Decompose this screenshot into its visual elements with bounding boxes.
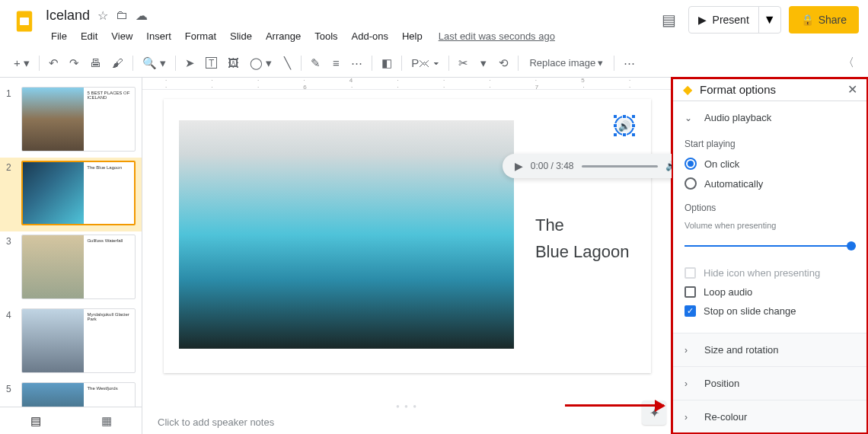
- slide-canvas[interactable]: The Blue Lagoon 🔊 ▶ 0:00 / 3:48: [164, 99, 651, 373]
- slide-thumb-2[interactable]: 2 The Blue Lagoon: [0, 158, 142, 231]
- audio-object[interactable]: 🔊: [614, 116, 634, 136]
- play-icon[interactable]: ▶: [515, 160, 523, 172]
- menu-insert[interactable]: Insert: [141, 27, 177, 45]
- border-color-button[interactable]: ✎: [306, 53, 325, 73]
- border-weight-button[interactable]: ≡: [327, 53, 345, 72]
- section-recolour[interactable]: › Re-colour: [672, 400, 868, 433]
- slide-title-text[interactable]: The Blue Lagoon: [535, 212, 630, 265]
- paint-format-button[interactable]: 🖌: [107, 53, 128, 72]
- audio-player-preview[interactable]: ▶ 0:00 / 3:48 🔊: [503, 154, 672, 178]
- border-dash-button[interactable]: ⋯: [346, 53, 367, 73]
- chevron-right-icon: ›: [685, 345, 695, 356]
- menu-addons[interactable]: Add-ons: [346, 27, 394, 45]
- collapse-toolbar-button[interactable]: 〈: [838, 53, 859, 73]
- menu-edit[interactable]: Edit: [75, 27, 103, 45]
- close-icon[interactable]: ✕: [847, 82, 857, 97]
- slide-number: 4: [6, 308, 15, 373]
- lock-icon: 🔒: [801, 14, 814, 26]
- toolbar: + ▾ ↶ ↷ 🖶 🖌 🔍 ▾ ➤ 🅃 🖼 ◯ ▾ ╲ ✎ ≡ ⋯ ◧ P⩙ ▾…: [0, 49, 868, 78]
- section-label: Re-colour: [704, 411, 747, 423]
- print-button[interactable]: 🖶: [85, 53, 106, 72]
- format-options-button[interactable]: ◧: [377, 53, 397, 73]
- section-label: Audio playback: [704, 112, 771, 123]
- chevron-right-icon: ›: [685, 378, 695, 389]
- checkbox-stop-on-change[interactable]: ✓ Stop on slide change: [685, 302, 856, 321]
- audio-progress-track[interactable]: [582, 165, 658, 168]
- mask-button[interactable]: ▾: [474, 53, 493, 73]
- slide-filmstrip[interactable]: 1 5 BEST PLACES OF ICELAND 2 The Blue La…: [0, 78, 142, 434]
- slide-thumb-3[interactable]: 3 Gullfoss Waterfall: [0, 231, 142, 305]
- present-button-group: ▶ Present ▼: [688, 6, 781, 34]
- menu-tools[interactable]: Tools: [309, 27, 343, 45]
- menu-arrange[interactable]: Arrange: [260, 27, 306, 45]
- document-title[interactable]: Iceland: [46, 8, 90, 24]
- slider-thumb[interactable]: [847, 241, 856, 251]
- menu-help[interactable]: Help: [397, 27, 428, 45]
- format-options-panel: ◆ Format options ✕ ⌄ Audio playback Star…: [672, 78, 868, 434]
- menu-format[interactable]: Format: [180, 27, 222, 45]
- speaker-notes[interactable]: Click to add speaker notes: [142, 410, 672, 434]
- format-panel-title: Format options: [700, 83, 840, 96]
- thumb-title: Myrdalsjokull Glacier Park: [84, 309, 135, 372]
- menu-file[interactable]: File: [46, 27, 72, 45]
- checkbox-checked-icon: ✓: [685, 305, 696, 317]
- filmstrip-view-icon[interactable]: ▤: [30, 414, 41, 428]
- slide-thumb-1[interactable]: 1 5 BEST PLACES OF ICELAND: [0, 84, 142, 158]
- thumb-title: Gullfoss Waterfall: [84, 235, 135, 298]
- section-audio-playback[interactable]: ⌄ Audio playback: [672, 101, 868, 134]
- cloud-status-icon[interactable]: ☁: [136, 8, 148, 23]
- volume-slider[interactable]: [685, 241, 856, 251]
- svg-rect-1: [20, 18, 29, 25]
- slide-main-image[interactable]: [179, 120, 514, 349]
- present-button[interactable]: ▶ Present: [689, 7, 758, 33]
- present-label: Present: [713, 14, 749, 26]
- move-icon[interactable]: 🗀: [116, 8, 128, 22]
- volume-icon[interactable]: 🔊: [665, 161, 672, 171]
- thumb-title: 5 BEST PLACES OF ICELAND: [84, 88, 135, 151]
- shape-tool[interactable]: ◯ ▾: [245, 53, 276, 73]
- comments-icon[interactable]: ▤: [657, 6, 681, 34]
- slide-thumb-4[interactable]: 4 Myrdalsjokull Glacier Park: [0, 305, 142, 379]
- menu-view[interactable]: View: [106, 27, 138, 45]
- animation-button[interactable]: P⩙ ▾: [407, 53, 444, 72]
- slide-number: 1: [6, 87, 15, 152]
- options-label: Options: [685, 203, 856, 213]
- menu-slide[interactable]: Slide: [225, 27, 257, 45]
- grid-view-icon[interactable]: ▦: [101, 414, 112, 428]
- zoom-button[interactable]: 🔍 ▾: [138, 53, 171, 73]
- reset-image-button[interactable]: ⟲: [494, 53, 513, 73]
- chevron-down-icon: ⌄: [685, 113, 695, 123]
- notes-drag-handle[interactable]: ● ● ●: [392, 403, 423, 410]
- slides-logo[interactable]: [9, 6, 40, 37]
- radio-on-click[interactable]: On click: [685, 154, 856, 174]
- present-dropdown[interactable]: ▼: [758, 7, 780, 33]
- last-edit-link[interactable]: Last edit was seconds ago: [439, 30, 555, 42]
- title-line-2: Blue Lagoon: [535, 238, 630, 265]
- checkbox-loop-audio[interactable]: Loop audio: [685, 282, 856, 302]
- image-tool[interactable]: 🖼: [223, 53, 244, 72]
- new-slide-button[interactable]: + ▾: [9, 53, 34, 73]
- textbox-tool[interactable]: 🅃: [201, 53, 222, 72]
- start-playing-label: Start playing: [685, 139, 856, 149]
- section-size-rotation[interactable]: › Size and rotation: [672, 333, 868, 366]
- undo-button[interactable]: ↶: [44, 53, 63, 73]
- share-button[interactable]: 🔒 Share: [789, 6, 859, 34]
- checkbox-label: Stop on slide change: [704, 305, 796, 317]
- star-icon[interactable]: ☆: [97, 8, 108, 23]
- section-position[interactable]: › Position: [672, 367, 868, 400]
- select-tool[interactable]: ➤: [180, 53, 199, 73]
- title-line-1: The: [535, 212, 630, 238]
- radio-label: On click: [704, 158, 739, 170]
- share-label: Share: [819, 14, 847, 26]
- radio-label: Automatically: [704, 178, 763, 190]
- redo-button[interactable]: ↷: [65, 53, 84, 73]
- replace-image-button[interactable]: Replace image▾: [523, 54, 609, 72]
- checkbox-hide-icon: Hide icon when presenting: [685, 263, 856, 282]
- volume-label: Volume when presenting: [685, 221, 856, 230]
- radio-automatically[interactable]: Automatically: [685, 174, 856, 193]
- crop-button[interactable]: ✂: [454, 53, 473, 73]
- line-tool[interactable]: ╲: [278, 53, 296, 73]
- section-label: Position: [704, 378, 739, 389]
- section-label: Size and rotation: [704, 344, 779, 356]
- more-button[interactable]: ⋯: [619, 53, 640, 73]
